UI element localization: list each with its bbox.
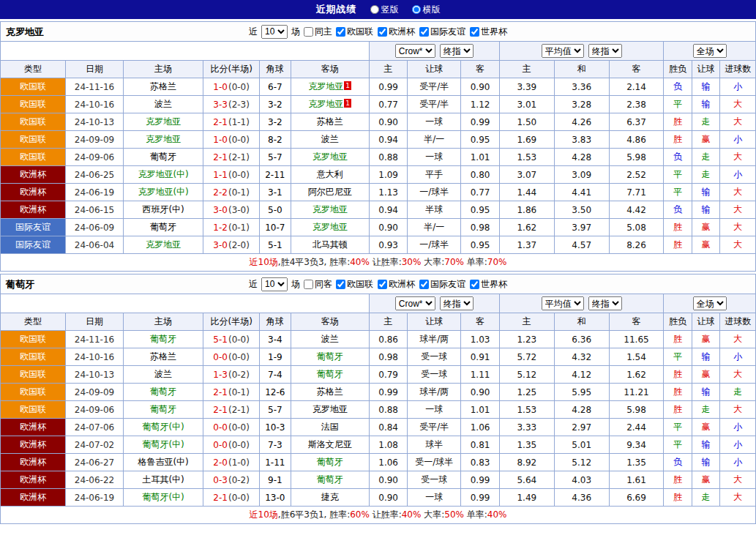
league-filter-checkbox[interactable]: 国际友谊 [419,26,465,38]
result-handicap: 输 [692,454,719,471]
horizontal-layout-radio[interactable] [412,5,421,14]
match-row: 欧国联24-11-16苏格兰1-0(0-0)6-7克罗地亚10.99受平/半0.… [1,78,756,96]
match-date: 24-06-25 [66,166,124,184]
euro-home-odds: 5.72 [499,348,554,366]
result-handicap: 赢 [692,219,719,236]
column-header: 比分(半场) [203,61,260,78]
result-handicap: 赢 [692,236,719,254]
layout-option-vertical[interactable]: 竖版 [370,4,399,16]
same-venue-input[interactable] [304,27,313,37]
result-wdl: 胜 [664,236,692,254]
corner-score: 8-2 [260,131,291,149]
home-team: 葡萄牙(中) [123,489,203,507]
asian-home-odds: 0.94 [369,201,408,219]
match-count-select[interactable]: 10 [261,25,288,39]
score-cell: 5-1(0-0) [203,331,260,348]
result-handicap: 输 [692,348,719,366]
league-filter-checkbox[interactable]: 世界杯 [470,278,507,291]
league-filter-input[interactable] [378,280,387,289]
column-header: 客场 [291,61,369,78]
league-filter-checkbox[interactable]: 欧国联 [336,278,373,291]
euro-home-odds: 1.53 [499,401,554,419]
final-odds-select[interactable]: 终指 [588,296,622,310]
league-badge: 欧洲杯 [1,184,66,201]
euro-draw-odds: 4.41 [554,184,609,201]
league-badge: 欧洲杯 [1,471,66,489]
average-select[interactable]: 平均值 [542,296,584,310]
league-filter-checkbox[interactable]: 国际友谊 [419,278,465,291]
euro-home-odds: 1.23 [499,331,554,348]
league-filter-input[interactable] [470,280,479,289]
league-filter-checkbox[interactable]: 欧国联 [336,26,373,38]
league-badge: 国际友谊 [1,236,66,254]
corner-score: 1-9 [260,348,291,366]
result-wdl: 平 [664,436,692,454]
match-count-select[interactable]: 10 [261,277,288,291]
league-filter-input[interactable] [336,280,345,289]
same-venue-checkbox[interactable]: 同主 [304,26,332,38]
euro-home-odds: 3.33 [499,419,554,436]
league-filter-checkbox[interactable]: 欧洲杯 [378,26,415,38]
team-section: 克罗地亚 近 10 场 同主 欧国联欧洲杯国际友谊世界杯 [0,21,756,272]
euro-draw-odds: 3.50 [554,201,609,219]
euro-away-odds: 1.62 [609,366,664,384]
column-header: 和 [554,313,609,331]
column-header: 角球 [260,313,291,331]
score-cell: 2-1(2-1) [203,149,260,166]
score-cell: 0-3(0-2) [203,471,260,489]
result-goals: 大 [720,113,756,131]
euro-away-odds: 11.21 [609,384,664,401]
away-team: 苏格兰 [291,384,369,401]
asian-away-odds: 0.83 [461,454,500,471]
away-team: 苏格兰 [291,113,369,131]
score-cell: 0-0(0-0) [203,348,260,366]
league-badge: 欧洲杯 [1,201,66,219]
league-filters: 欧国联欧洲杯国际友谊世界杯 [336,26,507,38]
layout-option-horizontal[interactable]: 横版 [412,4,441,16]
bookmaker-select[interactable]: Crow* [395,296,435,310]
league-filter-input[interactable] [419,27,429,37]
vertical-layout-radio[interactable] [370,5,379,14]
league-badge: 欧洲杯 [1,454,66,471]
same-venue-checkbox[interactable]: 同客 [304,278,332,291]
column-header: 让球 [692,313,719,331]
asian-away-odds: 1.01 [461,149,500,166]
result-wdl: 胜 [664,489,692,507]
near-label: 近 [249,278,258,291]
full-match-select[interactable]: 全场 [693,44,727,58]
asian-away-odds: 0.90 [461,78,500,96]
match-row: 欧国联24-10-13波兰1-3(0-2)7-4葡萄牙0.79受一球1.115.… [1,366,756,384]
full-match-select[interactable]: 全场 [693,296,727,310]
home-team: 葡萄牙 [123,149,203,166]
league-filter-label: 国际友谊 [430,278,465,291]
league-filter-checkbox[interactable]: 欧洲杯 [378,278,415,291]
bookmaker-select[interactable]: Crow* [395,44,435,58]
league-filter-input[interactable] [470,27,479,37]
league-filter-input[interactable] [378,27,387,37]
result-handicap: 输 [692,201,719,219]
match-date: 24-06-27 [66,454,124,471]
league-filter-checkbox[interactable]: 世界杯 [470,26,507,38]
euro-away-odds: 4.86 [609,131,664,149]
summary-row: 近10场,胜6平3负1, 胜率:60% 让胜率:40% 大率:50% 单率:40… [1,507,756,524]
league-filter-input[interactable] [336,27,345,37]
match-row: 国际友谊24-06-04克罗地亚3-0(2-0)5-1北马其顿0.93一/球半0… [1,236,756,254]
average-select[interactable]: 平均值 [542,44,584,58]
euro-draw-odds: 3.09 [554,166,609,184]
match-date: 24-11-16 [66,331,124,348]
final-odds-select[interactable]: 终指 [440,296,474,310]
asian-home-odds: 1.06 [369,454,408,471]
euro-home-odds: 3.07 [499,166,554,184]
result-wdl: 胜 [664,384,692,401]
final-odds-select[interactable]: 终指 [588,44,622,58]
corner-score: 10-7 [260,219,291,236]
same-venue-input[interactable] [304,280,313,289]
home-team: 土耳其(中) [123,471,203,489]
final-odds-select[interactable]: 终指 [440,44,474,58]
match-date: 24-10-13 [66,113,124,131]
asian-away-odds: 0.98 [461,219,500,236]
result-goals: 大 [720,331,756,348]
section-header: 克罗地亚 近 10 场 同主 欧国联欧洲杯国际友谊世界杯 [0,21,756,41]
league-filter-input[interactable] [419,280,429,289]
home-team: 葡萄牙(中) [123,436,203,454]
